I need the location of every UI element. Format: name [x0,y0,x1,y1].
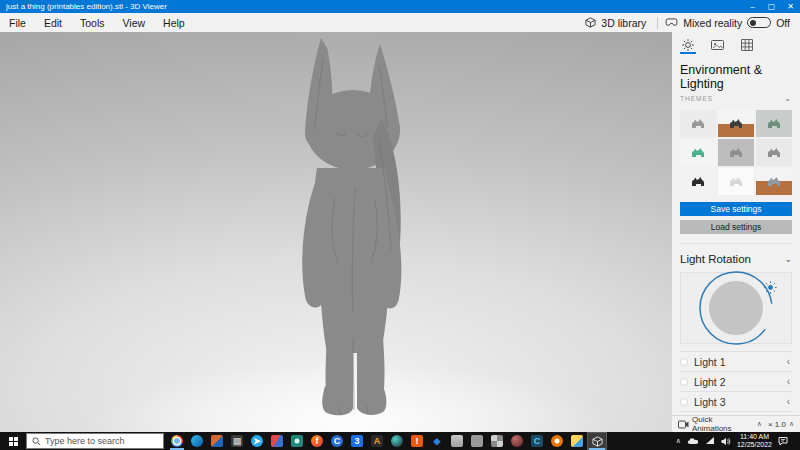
camera-icon [291,435,303,447]
start-button[interactable] [0,432,26,450]
quick-animations-label[interactable]: Quick Animations [692,415,754,432]
tab-stats[interactable] [741,39,753,54]
cyan-c-icon: C [531,435,543,447]
settings-panel: Environment & Lighting THEMES ⌄ Save set… [672,32,800,432]
swirl-icon [391,435,403,447]
krita-icon[interactable] [267,432,287,450]
camera-icon[interactable] [287,432,307,450]
sphere-icon [511,435,523,447]
blue-3-icon[interactable]: 3 [347,432,367,450]
chrome-icon[interactable] [167,432,187,450]
menu-edit[interactable]: Edit [35,13,71,32]
theme-model-preview [690,118,706,129]
load-settings-button[interactable]: Load settings [680,220,792,234]
theme-swatch-9[interactable] [756,168,792,195]
dial-knob[interactable] [709,281,763,335]
action-center-icon[interactable] [778,437,788,446]
menu-tools[interactable]: Tools [71,13,114,32]
theme-swatch-7[interactable] [680,168,716,195]
themes-header[interactable]: THEMES ⌄ [680,94,792,103]
firefox-icon[interactable]: f [307,432,327,450]
3d-viewer-window: just a thing (printables edition).stl - … [0,0,800,450]
tab-environment-lighting[interactable] [682,39,694,54]
chrome-icon [171,435,183,447]
sphere-icon[interactable] [507,432,527,450]
3d-viewer-icon [591,435,603,447]
file-explorer-icon[interactable] [567,432,587,450]
swirl-icon[interactable] [387,432,407,450]
alert-icon[interactable]: ! [407,432,427,450]
gray-app-icon[interactable] [467,432,487,450]
menu-file[interactable]: File [0,13,35,32]
light-3-row[interactable]: Light 3 ‹ [680,391,792,411]
theme-swatch-4[interactable] [680,139,716,166]
gem-icon[interactable]: ◆ [427,432,447,450]
light-2-label: Light 2 [694,376,726,388]
gray-app-icon [471,435,483,447]
light-2-row[interactable]: Light 2 ‹ [680,371,792,391]
menu-help[interactable]: Help [154,13,194,32]
3d-viewport[interactable] [0,32,672,432]
light-rotation-header[interactable]: Light Rotation ⌄ [680,243,792,272]
close-button[interactable]: ✕ [781,0,800,13]
windows-logo-icon [9,437,18,446]
telegram-icon[interactable]: ➤ [247,432,267,450]
theme-swatch-3[interactable] [756,110,792,137]
3d-library-label: 3D library [601,17,646,29]
circle-c-icon[interactable]: C [327,432,347,450]
folder-gray-icon [451,435,463,447]
firefox-icon: f [311,435,323,447]
menu-view[interactable]: View [114,13,155,32]
theme-swatch-6[interactable] [756,139,792,166]
save-settings-button[interactable]: Save settings [680,202,792,216]
window-title: just a thing (printables edition).stl - … [6,2,743,11]
onedrive-cloud-icon[interactable] [687,437,699,445]
alert-icon: ! [411,435,423,447]
photos-icon [491,435,503,447]
chevron-left-icon: ‹ [787,356,792,367]
taskbar-clock[interactable]: 11:40 AM 12/25/2022 [737,433,772,450]
light-rotation-dial[interactable] [680,272,792,344]
dial-sun-icon[interactable] [764,281,777,294]
maximize-button[interactable]: ▢ [762,0,781,13]
blender-icon[interactable] [547,432,567,450]
theme-swatch-5[interactable] [718,139,754,166]
theme-swatch-2[interactable] [718,110,754,137]
search-input[interactable]: Type here to search [26,433,164,449]
minimize-button[interactable]: – [743,0,762,13]
chevron-left-icon: ‹ [787,396,792,407]
outlook-icon[interactable] [207,432,227,450]
zoom-level[interactable]: × 1.0 [768,420,786,429]
panel-title: Environment & Lighting [680,63,792,91]
3d-viewer-icon[interactable] [587,432,607,450]
gem-icon: ◆ [431,435,443,447]
light-color-swatch [680,358,688,366]
theme-swatch-8[interactable] [718,168,754,195]
grid-icon [741,39,753,51]
theme-model-preview [690,147,706,158]
taskbar: Type here to search ▤➤fC3A!◆C ∧ 11:40 AM… [0,432,800,450]
folder-gray-icon[interactable] [447,432,467,450]
light-color-swatch [680,378,688,386]
file-explorer-icon [571,435,583,447]
tray-overflow-chevron[interactable]: ∧ [676,437,681,445]
volume-icon[interactable] [721,437,731,446]
cyan-c-icon[interactable]: C [527,432,547,450]
edge-icon[interactable] [187,432,207,450]
chevron-up-icon[interactable]: ∧ [789,420,794,428]
mixed-reality-toggle[interactable] [747,17,771,28]
animation-icon [678,420,689,429]
chevron-up-icon[interactable]: ∧ [757,420,762,428]
mixed-reality-state: Off [776,17,790,29]
theme-swatch-1[interactable] [680,110,716,137]
calculator-icon[interactable]: ▤ [227,432,247,450]
system-tray: ∧ 11:40 AM 12/25/2022 [676,433,800,450]
network-icon[interactable] [705,437,715,445]
light-1-row[interactable]: Light 1 ‹ [680,351,792,371]
audacity-icon[interactable]: A [367,432,387,450]
photos-icon[interactable] [487,432,507,450]
tab-grid-views[interactable] [711,39,724,54]
light-1-label: Light 1 [694,356,726,368]
3d-library-button[interactable]: 3D library [581,17,650,29]
divider [657,17,658,29]
